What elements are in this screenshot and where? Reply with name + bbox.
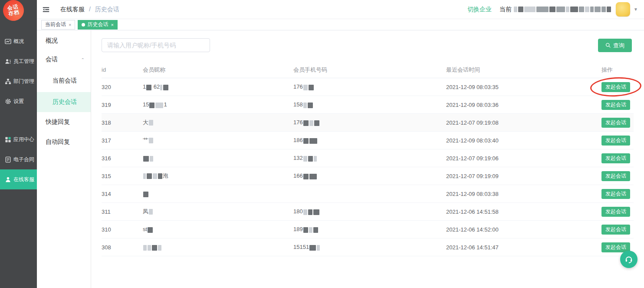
table-row: 317艹1862021-12-09 08:03:40发起会话	[102, 132, 634, 149]
table-row: 3161322021-12-07 09:19:06发起会话	[102, 149, 634, 167]
table-row: 310st1892021-12-06 14:52:00发起会话	[102, 221, 634, 238]
primary-menu: 概况员工管理部门管理设置应用中心电子合同在线客服	[0, 31, 37, 189]
visible-text: 1	[164, 101, 167, 108]
start-session-button[interactable]: 发起会话	[601, 82, 630, 92]
sidebar-item-apps[interactable]: 应用中心	[0, 129, 37, 149]
sidebar-item-staff[interactable]: 员工管理	[0, 51, 37, 71]
breadcrumb-section[interactable]: 在线客服	[60, 6, 85, 13]
cell-id: 311	[102, 209, 143, 215]
column-header-id: id	[102, 66, 143, 73]
redacted-block	[518, 7, 523, 12]
submenu-label: 历史会话	[53, 98, 77, 106]
redacted-block	[303, 209, 307, 215]
cell-phone: 15151	[293, 244, 446, 250]
visible-text: 大	[143, 119, 148, 126]
redacted-block	[579, 7, 584, 12]
cell-nickname: 泡	[143, 172, 293, 180]
redacted-block	[303, 227, 308, 233]
close-icon[interactable]: ×	[69, 22, 71, 27]
cell-nickname: 151	[143, 101, 293, 108]
cell-action: 发起会话	[601, 100, 634, 110]
chevron-up-icon: ⌃	[81, 58, 85, 62]
redacted-block	[148, 227, 153, 233]
redacted-block	[556, 7, 565, 12]
query-button[interactable]: 查询	[598, 39, 632, 52]
cell-phone: 180	[293, 208, 446, 215]
cell-action: 发起会话	[601, 189, 634, 199]
visible-text: 1	[143, 83, 146, 90]
cell-id: 316	[102, 155, 143, 162]
cell-phone: 166	[293, 172, 446, 179]
submenu-item-自动回复[interactable]: 自动回复	[37, 132, 91, 152]
start-session-button[interactable]: 发起会话	[601, 136, 630, 146]
sidebar-item-contract[interactable]: 电子合同	[0, 149, 37, 169]
submenu-item-概况[interactable]: 概况	[37, 32, 91, 50]
cell-action: 发起会话	[601, 171, 634, 181]
close-icon[interactable]: ×	[111, 22, 113, 27]
redacted-block	[308, 209, 312, 215]
redacted-block	[566, 7, 569, 12]
sidebar-item-chart[interactable]: 概况	[0, 31, 37, 51]
redacted-block	[158, 173, 162, 179]
cell-id: 315	[102, 173, 143, 179]
start-session-button[interactable]: 发起会话	[601, 207, 630, 217]
contract-icon	[5, 156, 11, 163]
table-row: 308151512021-12-06 14:51:47发起会话	[102, 238, 634, 256]
sessions-table: id会员昵称会员手机号码最近会话时间操作 3201 621762021-12-0…	[102, 62, 634, 256]
start-session-button[interactable]: 发起会话	[601, 100, 630, 110]
start-session-button[interactable]: 发起会话	[601, 189, 630, 199]
start-session-button[interactable]: 发起会话	[601, 118, 630, 128]
submenu-item-当前会话[interactable]: 当前会话	[37, 70, 91, 92]
redacted-block	[148, 245, 151, 251]
submenu-item-会话[interactable]: 会话⌃	[37, 50, 91, 70]
visible-text: 凤	[143, 208, 148, 215]
redacted-block	[317, 245, 320, 251]
redacted-block	[160, 85, 162, 90]
cell-action: 发起会话	[601, 82, 634, 92]
tab-当前会话[interactable]: 当前会话×	[41, 20, 75, 30]
caret-down-icon[interactable]: ▼	[634, 7, 638, 12]
cell-time: 2021-12-09 08:03:35	[446, 84, 601, 90]
cell-id: 310	[102, 226, 143, 233]
column-header-2: 会员手机号码	[293, 66, 446, 74]
cell-phone: 158	[293, 101, 446, 108]
submenu-item-快捷回复[interactable]: 快捷回复	[37, 112, 91, 132]
collapse-sidebar-icon[interactable]	[41, 5, 51, 14]
submenu-item-历史会话[interactable]: 历史会话	[37, 92, 91, 112]
cell-action: 发起会话	[601, 207, 634, 217]
sidebar-item-gear[interactable]: 设置	[0, 91, 37, 111]
redacted-block	[536, 7, 549, 12]
cell-id: 317	[102, 137, 143, 144]
tab-历史会话[interactable]: 历史会话×	[78, 20, 117, 30]
cell-time: 2021-12-09 08:03:40	[446, 137, 601, 144]
sidebar-item-service[interactable]: 在线客服	[0, 169, 37, 189]
redacted-block	[313, 209, 319, 215]
main-content: 查询 id会员昵称会员手机号码最近会话时间操作 3201 621762021-1…	[91, 30, 644, 288]
start-session-button[interactable]: 发起会话	[601, 153, 630, 163]
visible-text: 132	[293, 155, 303, 161]
visible-text: 166	[293, 172, 303, 179]
cell-time: 2021-12-07 09:19:08	[446, 119, 601, 126]
visible-text: 62	[152, 83, 160, 90]
start-session-button[interactable]: 发起会话	[601, 225, 630, 235]
sidebar-item-label: 部门管理	[13, 78, 34, 85]
app-logo[interactable]: 会话 存档	[1, 0, 26, 23]
visible-text: 186	[293, 137, 303, 143]
cell-nickname: st	[143, 226, 293, 232]
cell-nickname: 1 62	[143, 83, 293, 90]
redacted-block	[607, 7, 611, 12]
search-input[interactable]	[102, 38, 210, 52]
visible-text: 15	[143, 101, 149, 108]
user-avatar[interactable]	[616, 2, 630, 17]
cell-phone: 132	[293, 155, 446, 161]
breadcrumb-page: 历史会话	[95, 6, 119, 13]
start-session-button[interactable]: 发起会话	[601, 171, 630, 181]
customer-service-fab[interactable]	[620, 251, 637, 268]
switch-company-link[interactable]: 切换企业	[467, 6, 492, 13]
cell-time: 2021-12-06 14:52:00	[446, 226, 601, 233]
cell-nickname	[143, 190, 293, 197]
apps-icon	[5, 136, 11, 143]
sidebar-item-department[interactable]: 部门管理	[0, 71, 37, 91]
visible-text: 艹	[143, 137, 148, 143]
sidebar-item-label: 设置	[13, 98, 24, 105]
